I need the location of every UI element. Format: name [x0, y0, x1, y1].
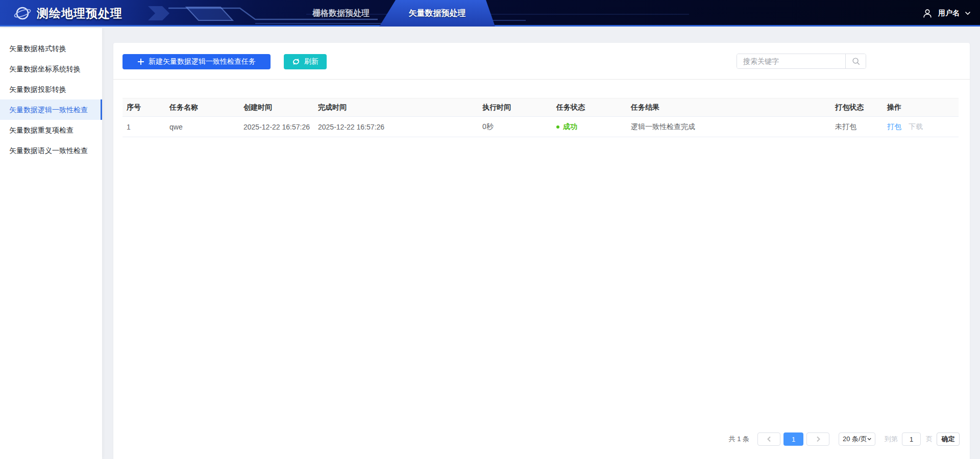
content-card: 新建矢量数据逻辑一致性检查任务 刷新 — [113, 43, 970, 459]
cell-package-status: 未打包 — [831, 117, 883, 137]
user-name: 用户名 — [938, 9, 960, 18]
confirm-button[interactable]: 确定 — [937, 432, 960, 446]
sidebar-item-logic-consistency-check[interactable]: 矢量数据逻辑一致性检查 — [0, 99, 102, 120]
brand: 测绘地理预处理 — [13, 0, 122, 27]
table-header-row: 序号 任务名称 创建时间 完成时间 执行时间 任务状态 任务结果 打包状态 操作 — [122, 98, 959, 117]
column-header-duration: 执行时间 — [478, 98, 552, 117]
refresh-icon — [292, 58, 300, 66]
chevron-left-icon — [766, 436, 773, 443]
sidebar-item-projection-convert[interactable]: 矢量数据投影转换 — [0, 79, 102, 99]
cell-created-time: 2025-12-22 16:57:26 — [239, 117, 314, 137]
cell-status: 成功 — [552, 117, 627, 137]
package-link[interactable]: 打包 — [887, 122, 901, 131]
total-count: 共 1 条 — [729, 435, 749, 444]
select-chevron-down-icon — [867, 437, 871, 441]
app-logo-icon — [13, 4, 32, 22]
column-header-created-time: 创建时间 — [239, 98, 314, 117]
cell-task-name: qwe — [165, 117, 239, 137]
app-title: 测绘地理预处理 — [37, 6, 122, 21]
download-link[interactable]: 下载 — [909, 122, 923, 131]
new-task-label: 新建矢量数据逻辑一致性检查任务 — [149, 57, 256, 66]
plus-icon — [137, 58, 144, 65]
cell-result: 逻辑一致性检查完成 — [627, 117, 831, 137]
goto-page-input[interactable] — [902, 432, 921, 446]
goto-page-unit: 页 — [926, 435, 933, 444]
chevron-down-icon — [965, 11, 971, 15]
page-size-select[interactable]: 20 条/页 — [839, 432, 875, 446]
search-icon — [851, 57, 861, 66]
column-header-package-status: 打包状态 — [831, 98, 883, 117]
refresh-button[interactable]: 刷新 — [284, 54, 327, 69]
cell-index: 1 — [122, 117, 165, 137]
prev-page-button[interactable] — [757, 432, 780, 446]
tab-vector-preprocess[interactable]: 矢量数据预处理 — [379, 0, 495, 27]
cell-finished-time: 2025-12-22 16:57:26 — [314, 117, 478, 137]
search-input[interactable] — [737, 54, 845, 68]
page-number-button[interactable]: 1 — [783, 432, 803, 446]
status-badge: 成功 — [556, 122, 577, 132]
sidebar-item-coordinate-convert[interactable]: 矢量数据坐标系统转换 — [0, 59, 102, 79]
column-header-index: 序号 — [122, 98, 165, 117]
status-text: 成功 — [563, 122, 577, 132]
cell-duration: 0秒 — [478, 117, 552, 137]
task-table: 序号 任务名称 创建时间 完成时间 执行时间 任务状态 任务结果 打包状态 操作… — [122, 98, 959, 137]
search-box — [737, 54, 866, 69]
toolbar: 新建矢量数据逻辑一致性检查任务 刷新 — [122, 54, 327, 69]
sidebar: 矢量数据格式转换 矢量数据坐标系统转换 矢量数据投影转换 矢量数据逻辑一致性检查… — [0, 28, 102, 459]
chevron-right-icon — [815, 436, 822, 443]
refresh-label: 刷新 — [304, 57, 318, 66]
status-dot-icon — [556, 125, 559, 129]
table-row: 1 qwe 2025-12-22 16:57:26 2025-12-22 16:… — [122, 117, 959, 137]
search-button[interactable] — [845, 54, 866, 68]
column-header-result: 任务结果 — [627, 98, 831, 117]
cell-actions: 打包 下载 — [883, 117, 959, 137]
pagination: 共 1 条 1 20 条/页 到第 页 确定 — [729, 432, 960, 446]
column-header-finished-time: 完成时间 — [314, 98, 478, 117]
next-page-button[interactable] — [806, 432, 829, 446]
user-menu[interactable]: 用户名 — [922, 0, 971, 27]
new-task-button[interactable]: 新建矢量数据逻辑一致性检查任务 — [122, 54, 271, 69]
goto-page-label: 到第 — [885, 435, 898, 444]
sidebar-item-semantic-consistency-check[interactable]: 矢量数据语义一致性检查 — [0, 140, 102, 161]
column-header-status: 任务状态 — [552, 98, 627, 117]
toolbar-divider — [113, 79, 970, 80]
sidebar-item-duplicate-check[interactable]: 矢量数据重复项检查 — [0, 120, 102, 140]
column-header-actions: 操作 — [883, 98, 959, 117]
column-header-task-name: 任务名称 — [165, 98, 239, 117]
sidebar-item-format-convert[interactable]: 矢量数据格式转换 — [0, 38, 102, 59]
tab-raster-preprocess[interactable]: 栅格数据预处理 — [306, 0, 376, 27]
top-nav: 测绘地理预处理 栅格数据预处理 矢量数据预处理 用户名 — [0, 0, 980, 27]
page-size-value: 20 条/页 — [843, 435, 867, 444]
user-icon — [922, 8, 933, 19]
